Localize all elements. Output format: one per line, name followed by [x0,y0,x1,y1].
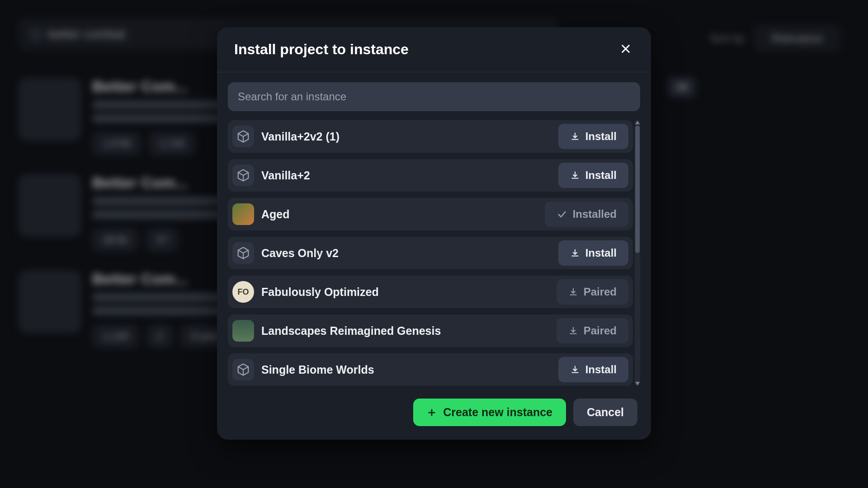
instance-row: Landscapes Reimagined GenesisPaired [228,314,633,347]
install-button[interactable]: Install [558,163,628,188]
modal-footer: Create new instance Cancel [217,386,651,440]
instance-search-input[interactable] [228,82,640,111]
modal-overlay: Install project to instance Vanilla+2v2 … [0,0,868,488]
install-label: Install [585,130,617,143]
instance-icon [232,242,254,264]
install-label: Install [585,363,617,376]
paired-badge: Paired [557,318,628,343]
scrollbar[interactable] [635,120,640,386]
modal-title: Install project to instance [234,41,409,58]
instance-icon: FO [232,281,254,303]
paired-badge: Paired [557,279,628,305]
instance-row: AgedInstalled [228,198,633,230]
instance-name: Fabulously Optimized [261,286,379,299]
instance-row: Caves Only v2Install [228,237,633,269]
instance-name: Vanilla+2 [261,169,310,182]
create-instance-label: Create new instance [443,406,552,419]
instance-name: Vanilla+2v2 (1) [261,130,340,143]
install-modal: Install project to instance Vanilla+2v2 … [217,27,651,440]
paired-label: Paired [584,286,617,298]
instance-icon [232,320,254,342]
instance-row: Single Biome WorldsInstall [228,353,633,386]
cancel-button[interactable]: Cancel [573,399,637,426]
create-instance-button[interactable]: Create new instance [413,399,566,426]
install-button[interactable]: Install [558,240,628,266]
instance-icon [232,359,254,380]
close-button[interactable] [618,41,634,58]
scroll-up-icon[interactable] [635,120,640,125]
instance-name: Single Biome Worlds [261,363,374,376]
instance-list: Vanilla+2v2 (1)InstallVanilla+2InstallAg… [228,120,633,386]
install-label: Install [585,247,617,259]
instance-name: Landscapes Reimagined Genesis [261,324,441,338]
instance-row: FOFabulously OptimizedPaired [228,276,633,308]
install-button[interactable]: Install [558,124,628,149]
instance-icon [232,203,254,225]
installed-badge: Installed [545,202,628,227]
instance-name: Caves Only v2 [261,247,339,260]
installed-label: Installed [573,208,617,221]
instance-name: Aged [261,208,290,221]
scroll-down-icon[interactable] [635,381,640,386]
instance-icon [232,126,254,147]
plus-icon [427,408,437,418]
modal-header: Install project to instance [217,27,651,72]
close-icon [619,42,632,55]
cancel-label: Cancel [587,406,624,418]
install-button[interactable]: Install [558,357,628,382]
instance-row: Vanilla+2v2 (1)Install [228,120,633,153]
scroll-thumb[interactable] [635,126,640,253]
instance-row: Vanilla+2Install [228,159,633,192]
instance-icon [232,164,254,186]
paired-label: Paired [584,324,617,337]
install-label: Install [585,169,617,182]
